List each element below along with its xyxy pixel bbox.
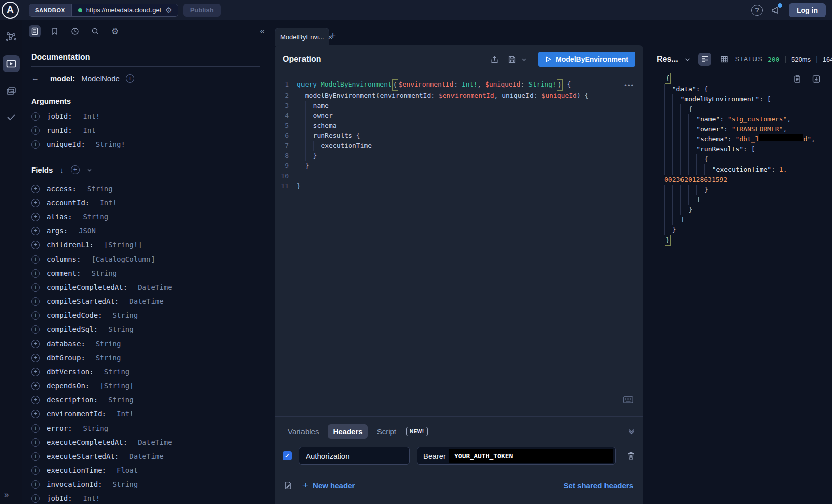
keyboard-shortcuts-icon[interactable] <box>623 396 633 403</box>
sort-fields-icon[interactable]: ↓ <box>60 165 64 174</box>
schema-graph-icon[interactable] <box>4 29 19 44</box>
field-row[interactable]: +invocationId:String <box>31 477 260 491</box>
add-field-to-query-icon[interactable]: + <box>31 269 40 278</box>
add-field-to-query-icon[interactable]: + <box>31 480 40 489</box>
field-type[interactable]: String <box>83 424 109 432</box>
add-field-to-query-icon[interactable]: + <box>31 410 40 418</box>
publish-button[interactable]: Publish <box>183 4 221 17</box>
field-row[interactable]: +compileCompletedAt:DateTime <box>31 280 260 294</box>
field-row[interactable]: +error:String <box>31 421 260 435</box>
field-type[interactable]: Int! <box>83 112 100 120</box>
explorer-icon[interactable] <box>3 55 20 72</box>
field-type[interactable]: Int! <box>83 494 100 502</box>
add-field-to-query-icon[interactable]: + <box>31 396 40 404</box>
field-row[interactable]: +executeStartedAt:DateTime <box>31 449 260 463</box>
add-field-to-query-icon[interactable]: + <box>31 424 40 433</box>
help-icon[interactable]: ? <box>751 5 763 16</box>
share-operation-icon[interactable] <box>489 54 500 65</box>
field-type[interactable]: String <box>87 185 113 193</box>
tab-script[interactable]: Script <box>372 424 401 439</box>
auth-token-box[interactable]: YOUR_AUTH_TOKEN <box>449 449 613 463</box>
save-operation-icon[interactable] <box>507 54 517 65</box>
save-menu-chevron-icon[interactable] <box>520 56 528 63</box>
field-type[interactable]: JSON <box>79 227 96 235</box>
field-type[interactable]: [String!] <box>104 241 142 249</box>
add-field-to-query-icon[interactable]: + <box>31 438 40 447</box>
sandbox-collections-icon[interactable] <box>4 83 19 99</box>
run-operation-button[interactable]: ModelByEnvironment <box>538 52 635 67</box>
field-row[interactable]: +environmentId:Int! <box>31 407 260 421</box>
table-view-icon[interactable] <box>718 53 731 66</box>
field-type[interactable]: String <box>108 325 134 333</box>
login-button[interactable]: Log in <box>789 3 826 17</box>
field-row[interactable]: +args:JSON <box>31 224 260 238</box>
add-field-to-query-icon[interactable]: + <box>31 466 40 475</box>
field-type[interactable]: String! <box>96 140 125 148</box>
field-row[interactable]: +dependsOn:[String] <box>31 379 260 393</box>
announcements-button[interactable] <box>771 5 781 15</box>
add-field-to-query-icon[interactable]: + <box>31 227 40 235</box>
add-field-to-query-icon[interactable]: + <box>31 325 40 334</box>
add-field-to-query-icon[interactable]: + <box>31 382 40 390</box>
field-row[interactable]: +comment:String <box>31 266 260 280</box>
field-type[interactable]: DateTime <box>129 297 163 305</box>
add-field-to-query-icon[interactable]: + <box>31 126 40 135</box>
add-field-to-query-icon[interactable]: + <box>31 213 40 221</box>
field-type[interactable]: String <box>108 396 134 404</box>
add-field-to-query-icon[interactable]: + <box>31 255 40 264</box>
field-type[interactable]: Int <box>83 126 96 134</box>
field-row[interactable]: +compiledCode:String <box>31 308 260 322</box>
field-type[interactable]: String <box>104 368 130 376</box>
add-field-to-query-icon[interactable]: + <box>31 354 40 362</box>
add-field-to-query-icon[interactable]: + <box>31 311 40 320</box>
field-row[interactable]: +columns:[CatalogColumn] <box>31 252 260 266</box>
field-type[interactable]: Float <box>117 466 138 474</box>
field-type[interactable]: String <box>91 269 117 277</box>
add-field-to-query-icon[interactable]: + <box>31 368 40 376</box>
endpoint-url-box[interactable]: https://metadata.cloud.get ⚙ <box>72 4 178 16</box>
add-field-to-query-icon[interactable]: + <box>31 112 40 121</box>
field-row[interactable]: +jobId:Int! <box>31 491 260 504</box>
field-row[interactable]: +accountId:Int! <box>31 196 260 210</box>
field-type[interactable]: DateTime <box>129 452 163 460</box>
field-type[interactable]: [String] <box>100 382 133 390</box>
field-type[interactable]: String <box>96 340 121 348</box>
checklist-icon[interactable] <box>4 110 19 125</box>
tab-headers[interactable]: Headers <box>328 424 367 439</box>
expand-rail-icon[interactable]: » <box>4 490 9 500</box>
header-name-input[interactable] <box>299 447 410 465</box>
set-shared-headers-button[interactable]: Set shared headers <box>564 481 633 490</box>
response-json-viewer[interactable]: {"data": {"modelByEnvironment": [{"name"… <box>649 73 832 246</box>
field-type[interactable]: String <box>113 480 138 488</box>
header-enabled-checkbox[interactable]: ✓ <box>283 451 292 460</box>
new-tab-icon[interactable]: + <box>330 29 336 41</box>
argument-row[interactable]: +runId:Int <box>31 123 260 137</box>
add-fields-menu-chevron-icon[interactable] <box>87 167 92 173</box>
add-field-to-query-icon[interactable]: + <box>31 297 40 306</box>
field-type[interactable]: String <box>113 311 138 319</box>
argument-row[interactable]: +uniqueId:String! <box>31 137 260 151</box>
download-response-icon[interactable] <box>811 74 821 85</box>
field-type[interactable]: String <box>96 354 121 362</box>
collapse-section-icon[interactable] <box>628 428 635 435</box>
field-type[interactable]: Int! <box>100 199 117 207</box>
formatted-view-icon[interactable] <box>698 53 711 66</box>
copy-response-icon[interactable] <box>792 74 802 85</box>
field-type[interactable]: Int! <box>117 410 134 418</box>
header-value-input[interactable]: Bearer YOUR_AUTH_TOKEN <box>417 447 616 465</box>
graphql-editor[interactable]: ••• 1query ModelByEnvironment($environme… <box>275 73 643 416</box>
operation-tab[interactable]: ModelByEnvi... × <box>275 28 329 46</box>
search-icon[interactable] <box>89 25 101 37</box>
environment-file-icon[interactable] <box>283 480 293 491</box>
add-field-to-query-icon[interactable]: + <box>31 340 40 348</box>
model-type-link[interactable]: ModelNode <box>81 74 120 83</box>
add-field-to-query-icon[interactable]: + <box>31 494 40 503</box>
argument-row[interactable]: +jobId:Int! <box>31 109 260 123</box>
new-header-button[interactable]: + New header <box>302 480 355 491</box>
add-field-to-query-icon[interactable]: + <box>31 199 40 207</box>
add-all-fields-icon[interactable]: + <box>71 165 80 174</box>
add-field-to-query-icon[interactable]: + <box>31 241 40 249</box>
field-row[interactable]: +compileStartedAt:DateTime <box>31 294 260 308</box>
endpoint-settings-gear-icon[interactable]: ⚙ <box>165 6 172 14</box>
field-row[interactable]: +alias:String <box>31 210 260 224</box>
